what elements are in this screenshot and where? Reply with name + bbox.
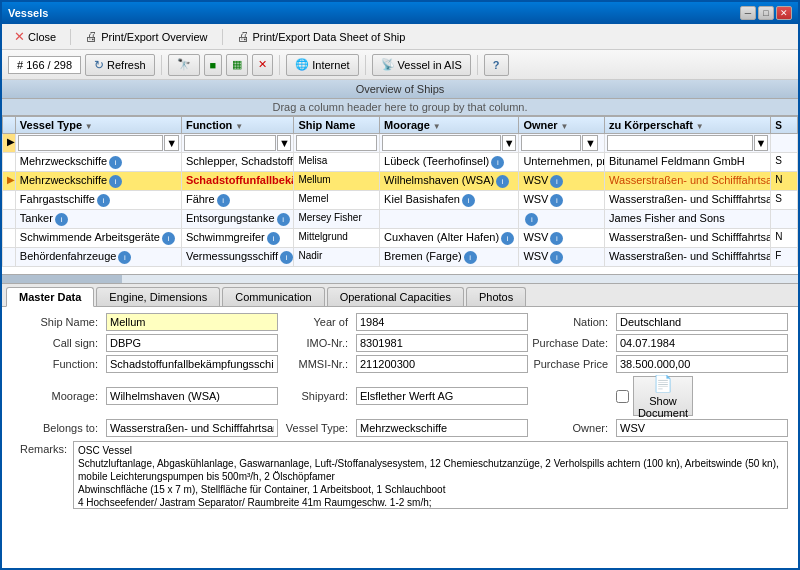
cell-vessel_type[interactable]: Mehrzweckschiffei — [15, 172, 181, 191]
ship-name-filter-input[interactable] — [296, 135, 377, 151]
cell-moorage[interactable]: Wilhelmshaven (WSA)i — [380, 172, 519, 191]
info-button[interactable]: i — [491, 156, 504, 169]
info-button[interactable]: i — [162, 232, 175, 245]
info-button[interactable]: i — [55, 213, 68, 226]
purchase-date-input[interactable] — [616, 334, 788, 352]
close-window-button[interactable]: ✕ — [776, 6, 792, 20]
maximize-button[interactable]: □ — [758, 6, 774, 20]
green-btn-2[interactable]: ▦ — [226, 54, 248, 76]
ship-name-input[interactable] — [106, 313, 278, 331]
koerperschaft-filter-dropdown[interactable]: ▼ — [754, 135, 769, 151]
cell-koerperschaft[interactable]: Bitunamel Feldmann GmbH — [605, 153, 771, 172]
col-function-header[interactable]: Function ▼ — [181, 117, 294, 134]
cell-owner[interactable]: WSVi — [519, 248, 605, 267]
ais-button[interactable]: 📡 Vessel in AIS — [372, 54, 471, 76]
vessel-type-filter-input[interactable] — [18, 135, 163, 151]
cell-koerperschaft[interactable]: James Fisher and Sons — [605, 210, 771, 229]
view-button[interactable]: 🔭 — [168, 54, 200, 76]
cell-vessel_type[interactable]: Schwimmende Arbeitsgerätei — [15, 229, 181, 248]
function-input[interactable] — [106, 355, 278, 373]
cell-ship_name[interactable]: Mersey Fisher — [294, 210, 380, 229]
tab-master_data[interactable]: Master Data — [6, 287, 94, 307]
info-button[interactable]: i — [217, 194, 230, 207]
owner-filter-dropdown[interactable]: ▼ — [582, 135, 598, 151]
info-button[interactable]: i — [525, 213, 538, 226]
print-sheet-button[interactable]: 🖨 Print/Export Data Sheet of Ship — [231, 27, 412, 46]
moorage-filter-dropdown[interactable]: ▼ — [502, 135, 516, 151]
cell-ship_name[interactable]: Nadir — [294, 248, 380, 267]
info-button[interactable]: i — [464, 251, 477, 264]
info-button[interactable]: i — [277, 213, 290, 226]
show-document-button[interactable]: 📄 Show Document — [633, 376, 693, 416]
cell-koerperschaft[interactable]: Wasserstraßen- und Schifffahrtsamt Cuxha… — [605, 229, 771, 248]
moorage-filter-input[interactable] — [382, 135, 501, 151]
col-koerperschaft-header[interactable]: zu Körperschaft ▼ — [605, 117, 771, 134]
horizontal-scrollbar[interactable] — [2, 274, 798, 284]
koerperschaft-filter-input[interactable] — [607, 135, 752, 151]
cell-vessel_type[interactable]: Tankeri — [15, 210, 181, 229]
table-row[interactable]: MehrzweckschiffeiSchlepper, Schadstoffun… — [3, 153, 798, 172]
cell-s[interactable]: N — [771, 229, 798, 248]
info-button[interactable]: i — [501, 232, 514, 245]
table-row[interactable]: FahrgastschiffeiFähreiMemelKiel Basishaf… — [3, 191, 798, 210]
cell-moorage[interactable]: Lübeck (Teerhofinsel)i — [380, 153, 519, 172]
vessel-type-input[interactable] — [356, 419, 528, 437]
info-button[interactable]: i — [109, 175, 122, 188]
col-owner-header[interactable]: Owner ▼ — [519, 117, 605, 134]
cell-koerperschaft[interactable]: Wasserstraßen- und Schifffahrtsamt Kiel-… — [605, 191, 771, 210]
tab-operational[interactable]: Operational Capacities — [327, 287, 464, 306]
imo-input[interactable] — [356, 334, 528, 352]
vessel-type-filter-dropdown[interactable]: ▼ — [164, 135, 179, 151]
cell-s[interactable]: F — [771, 248, 798, 267]
cell-moorage[interactable]: Kiel Basishafeni — [380, 191, 519, 210]
cell-ship_name[interactable]: Memel — [294, 191, 380, 210]
cell-function[interactable]: Schwimmgreiferi — [181, 229, 294, 248]
cell-s[interactable]: S — [771, 191, 798, 210]
info-button[interactable]: i — [550, 232, 563, 245]
belongs-to-input[interactable] — [106, 419, 278, 437]
col-ship-name-header[interactable]: Ship Name — [294, 117, 380, 134]
cell-s[interactable]: S — [771, 153, 798, 172]
cell-owner[interactable]: WSVi — [519, 191, 605, 210]
moorage-input[interactable] — [106, 387, 278, 405]
owner-filter-input[interactable] — [521, 135, 581, 151]
function-filter-dropdown[interactable]: ▼ — [277, 135, 291, 151]
tab-photos[interactable]: Photos — [466, 287, 526, 306]
col-vessel-type-header[interactable]: Vessel Type ▼ — [15, 117, 181, 134]
cell-moorage[interactable]: Cuxhaven (Alter Hafen)i — [380, 229, 519, 248]
info-button[interactable]: i — [496, 175, 509, 188]
info-button[interactable]: i — [109, 156, 122, 169]
cell-function[interactable]: Schlepper, Schadstoffunfallbekämpfungssc… — [181, 153, 294, 172]
info-button[interactable]: i — [267, 232, 280, 245]
function-filter-input[interactable] — [184, 135, 277, 151]
table-row[interactable]: ▶MehrzweckschiffeiSchadstoffunfallbekämp… — [3, 172, 798, 191]
cell-vessel_type[interactable]: Mehrzweckschiffei — [15, 153, 181, 172]
cell-owner[interactable]: WSVi — [519, 172, 605, 191]
cell-koerperschaft[interactable]: Wasserstraßen- und Schifffahrtsamt Wilhe… — [605, 172, 771, 191]
table-row[interactable]: BehördenfahrzeugeiVermessungsschiffiNadi… — [3, 248, 798, 267]
table-row[interactable]: TankeriEntsorgungstankeiMersey FisheriJa… — [3, 210, 798, 229]
mmsi-input[interactable] — [356, 355, 528, 373]
print-overview-button[interactable]: 🖨 Print/Export Overview — [79, 27, 213, 46]
cell-s[interactable] — [771, 210, 798, 229]
tab-engine_dimensions[interactable]: Engine, Dimensions — [96, 287, 220, 306]
cell-ship_name[interactable]: Mellum — [294, 172, 380, 191]
call-sign-input[interactable] — [106, 334, 278, 352]
info-button[interactable]: i — [97, 194, 110, 207]
cell-s[interactable]: N — [771, 172, 798, 191]
remarks-textarea[interactable]: OSC Vessel Schutzluftanlage, Abgaskühlan… — [73, 441, 788, 509]
refresh-button[interactable]: ↻ Refresh — [85, 54, 155, 76]
cell-function[interactable]: Fährei — [181, 191, 294, 210]
cell-vessel_type[interactable]: Behördenfahrzeugei — [15, 248, 181, 267]
purchase-price-input[interactable] — [616, 355, 788, 373]
cell-moorage[interactable] — [380, 210, 519, 229]
help-button[interactable]: ? — [484, 54, 509, 76]
cell-ship_name[interactable]: Melisa — [294, 153, 380, 172]
green-btn-1[interactable]: ■ — [204, 54, 223, 76]
shipyard-input[interactable] — [356, 387, 528, 405]
owner-input[interactable] — [616, 419, 788, 437]
cell-ship_name[interactable]: Mittelgrund — [294, 229, 380, 248]
internet-button[interactable]: 🌐 Internet — [286, 54, 358, 76]
cell-function[interactable]: Vermessungsschiffi — [181, 248, 294, 267]
nation-input[interactable] — [616, 313, 788, 331]
